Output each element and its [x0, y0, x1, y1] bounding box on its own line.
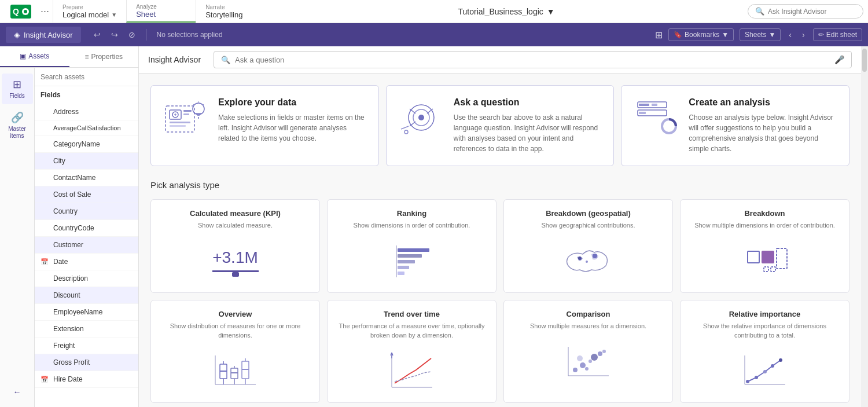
- field-gross-profit[interactable]: Gross Profit: [35, 354, 138, 371]
- analysis-card-ranking[interactable]: Ranking Show dimensions in order of cont…: [327, 199, 496, 293]
- bookmarks-button[interactable]: 🔖 Bookmarks ▼: [668, 28, 734, 41]
- analysis-card-geo[interactable]: Breakdown (geospatial) Show geographical…: [503, 199, 673, 293]
- field-extension[interactable]: Extension: [35, 321, 138, 338]
- analysis-card-overview[interactable]: Overview Show distribution of measures f…: [150, 300, 320, 403]
- panel-body: ⊞ Fields 🔗 Master items ← Field: [0, 68, 138, 407]
- svg-rect-37: [398, 260, 415, 263]
- ia-title: Insight Advisor: [148, 55, 201, 64]
- svg-point-27: [404, 130, 408, 134]
- search-assets-input[interactable]: [41, 73, 133, 81]
- microphone-icon[interactable]: 🎤: [834, 55, 844, 64]
- field-employee-name[interactable]: EmployeeName: [35, 304, 138, 321]
- scroll-thumb[interactable]: [862, 49, 867, 72]
- explore-data-card[interactable]: Explore your data Make selections in fie…: [150, 85, 379, 166]
- svg-point-71: [580, 362, 586, 368]
- toolbar-divider: [146, 29, 146, 41]
- svg-rect-39: [398, 272, 404, 275]
- field-avg-call[interactable]: AverageCallSatisfaction: [35, 120, 138, 136]
- more-options-button[interactable]: ···: [37, 5, 53, 17]
- ia-search-bar[interactable]: 🔍 🎤: [214, 51, 852, 68]
- edit-sheet-button[interactable]: ✏ Edit sheet: [813, 28, 862, 41]
- ask-question-icon: [398, 97, 444, 138]
- bookmarks-chevron: ▼: [722, 31, 729, 39]
- clear-selections-icon[interactable]: ⊘: [126, 28, 138, 42]
- analysis-card-trend[interactable]: Trend over time The performance of a mea…: [327, 300, 496, 403]
- svg-point-3: [24, 10, 27, 13]
- prepare-label: Prepare: [62, 4, 117, 10]
- tab-properties[interactable]: ≡ Properties: [69, 46, 139, 67]
- sheets-button[interactable]: Sheets ▼: [740, 28, 781, 41]
- tab-assets[interactable]: ▣ Assets: [0, 46, 69, 67]
- breakdown-title: Breakdown: [744, 209, 785, 218]
- kpi-desc: Show calculated measure.: [198, 221, 273, 230]
- kpi-bar: [212, 270, 259, 272]
- field-date[interactable]: 📅 Date: [35, 254, 138, 270]
- field-hire-date[interactable]: 📅 Hire Date: [35, 371, 138, 388]
- grid-view-icon[interactable]: ⊞: [655, 30, 663, 41]
- svg-point-25: [418, 115, 424, 120]
- selection-back-icon[interactable]: ↩: [91, 28, 103, 42]
- sidebar-item-master-items[interactable]: 🔗 Master items: [2, 107, 33, 144]
- field-category[interactable]: CategoryName: [35, 136, 138, 153]
- svg-point-80: [746, 380, 749, 383]
- breakdown-desc: Show multiple dimensions in order of con…: [694, 221, 835, 230]
- svg-point-77: [585, 367, 589, 371]
- svg-point-34: [665, 123, 672, 130]
- edit-icon: ✏: [818, 31, 824, 39]
- explore-cards: Explore your data Make selections in fie…: [150, 85, 849, 166]
- top-nav: Q ··· Prepare Logical model ▼ Analyze Sh…: [0, 0, 868, 23]
- content-area: Insight Advisor 🔍 🎤: [139, 46, 861, 407]
- insight-advisor-button[interactable]: ◈ Insight Advisor: [6, 27, 81, 43]
- nav-prepare[interactable]: Prepare Logical model ▼: [53, 0, 126, 23]
- ranking-desc: Show dimensions in order of contribution…: [354, 221, 470, 230]
- field-customer[interactable]: Customer: [35, 237, 138, 254]
- fields-icon: ⊞: [13, 78, 21, 91]
- collapse-icon: ←: [13, 387, 21, 397]
- field-discount[interactable]: Discount: [35, 287, 138, 304]
- right-scrollbar[interactable]: [861, 46, 868, 407]
- field-address[interactable]: Address: [35, 104, 138, 120]
- field-cost-of-sale[interactable]: Cost of Sale: [35, 186, 138, 203]
- create-analysis-card[interactable]: Create an analysis Choose an analysis ty…: [621, 85, 849, 166]
- insight-advisor-icon: ◈: [14, 30, 20, 39]
- create-analysis-content: Create an analysis Choose an analysis ty…: [689, 97, 837, 154]
- svg-text:Q: Q: [13, 7, 19, 16]
- field-contact[interactable]: ContactName: [35, 170, 138, 186]
- svg-point-83: [771, 364, 774, 368]
- sidebar-item-fields[interactable]: ⊞ Fields: [2, 74, 33, 104]
- analysis-card-comparison[interactable]: Comparison Show multiple measures for a …: [503, 300, 673, 403]
- analyze-value: Sheet: [136, 10, 186, 19]
- nav-narrate[interactable]: Narrate Storytelling: [196, 0, 265, 23]
- collapse-panel-button[interactable]: ←: [2, 383, 33, 401]
- field-country-code[interactable]: CountryCode: [35, 220, 138, 237]
- nav-prev-icon[interactable]: ‹: [786, 28, 794, 42]
- ask-question-card[interactable]: Ask a question Use the search bar above …: [386, 85, 615, 166]
- fields-header: Fields: [35, 86, 138, 104]
- ask-question-content: Ask a question Use the search bar above …: [454, 97, 602, 154]
- nav-analyze[interactable]: Analyze Sheet: [126, 0, 196, 23]
- nav-next-icon[interactable]: ›: [800, 28, 807, 42]
- toolbar-tools: ↩ ↪ ⊘ No selections applied: [91, 28, 223, 42]
- selection-forward-icon[interactable]: ↪: [109, 28, 120, 42]
- logo[interactable]: Q: [5, 5, 37, 19]
- ask-question-desc: Use the search bar above to ask a natura…: [454, 112, 602, 154]
- svg-rect-29: [639, 104, 649, 106]
- ia-search-input[interactable]: [235, 56, 830, 64]
- create-analysis-desc: Choose an analysis type below. Insight A…: [689, 112, 837, 154]
- global-search-box[interactable]: 🔍: [748, 4, 863, 19]
- app-title[interactable]: Tutorial_Business_logic ▼: [458, 7, 554, 16]
- field-city[interactable]: City: [35, 153, 138, 170]
- svg-rect-38: [398, 266, 409, 269]
- svg-rect-11: [170, 122, 190, 123]
- kpi-number: +3.1M: [212, 248, 258, 267]
- field-description[interactable]: Description: [35, 270, 138, 287]
- analysis-card-relative[interactable]: Relative importance Show the relative im…: [680, 300, 849, 403]
- field-country[interactable]: Country: [35, 203, 138, 220]
- global-search-input[interactable]: [768, 8, 856, 16]
- analysis-card-kpi[interactable]: Calculated measure (KPI) Show calculated…: [150, 199, 320, 293]
- analysis-card-breakdown[interactable]: Breakdown Show multiple dimensions in or…: [680, 199, 849, 293]
- svg-rect-46: [777, 248, 787, 269]
- field-freight[interactable]: Freight: [35, 338, 138, 354]
- prepare-value: Logical model ▼: [62, 10, 117, 19]
- overview-title: Overview: [219, 310, 252, 318]
